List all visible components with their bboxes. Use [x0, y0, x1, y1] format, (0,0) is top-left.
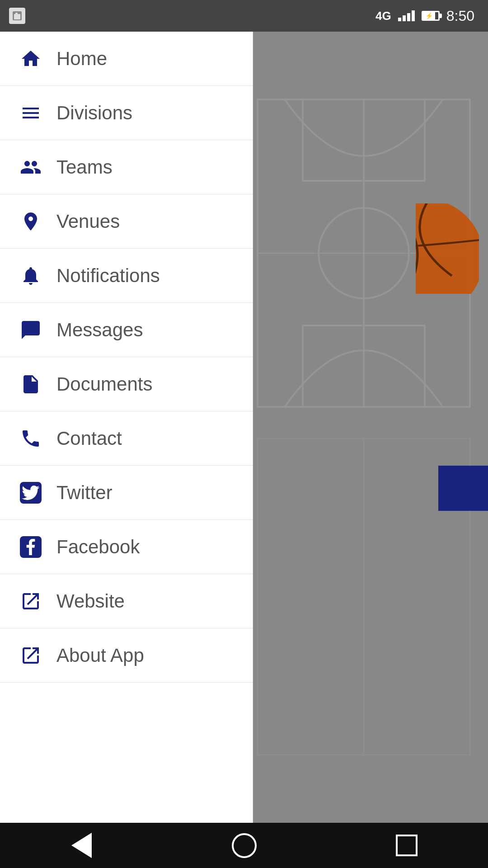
contact-icon	[18, 428, 43, 449]
documents-icon	[18, 373, 43, 395]
svg-rect-2	[15, 13, 18, 14]
sidebar-item-twitter[interactable]: Twitter	[0, 466, 253, 520]
sidebar-item-contact[interactable]: Contact	[0, 411, 253, 466]
sidebar-item-facebook[interactable]: Facebook	[0, 520, 253, 574]
home-icon	[18, 48, 43, 70]
nav-back-button[interactable]	[63, 827, 99, 863]
twitter-label: Twitter	[56, 482, 113, 504]
dark-button[interactable]	[438, 466, 488, 511]
teams-label: Teams	[56, 156, 113, 178]
about-app-label: About App	[56, 645, 144, 666]
status-bar: 4G ⚡ 8:50	[0, 0, 488, 32]
svg-rect-1	[14, 14, 20, 19]
venues-icon	[18, 211, 43, 232]
nav-recents-button[interactable]	[389, 827, 425, 863]
court-lines-svg	[239, 32, 488, 836]
website-icon	[18, 590, 43, 612]
teams-icon	[18, 156, 43, 178]
venues-label: Venues	[56, 211, 120, 232]
battery-icon: ⚡	[422, 11, 440, 21]
clock: 8:50	[446, 8, 474, 24]
recents-square-icon	[396, 835, 418, 856]
battery-container: ⚡	[422, 11, 440, 21]
twitter-icon	[18, 482, 43, 504]
documents-label: Documents	[56, 373, 152, 395]
back-arrow-icon	[71, 833, 92, 858]
network-label: 4G	[375, 9, 391, 23]
notifications-icon	[18, 265, 43, 287]
home-circle-icon	[232, 833, 257, 858]
sim-icon	[9, 8, 25, 24]
home-label: Home	[56, 48, 107, 70]
sidebar-item-about-app[interactable]: About App	[0, 628, 253, 683]
notifications-label: Notifications	[56, 265, 160, 287]
nav-home-button[interactable]	[226, 827, 262, 863]
divisions-label: Divisions	[56, 102, 132, 124]
nav-bar	[0, 823, 488, 868]
sidebar-item-home[interactable]: Home	[0, 32, 253, 86]
sidebar-item-documents[interactable]: Documents	[0, 357, 253, 411]
contact-label: Contact	[56, 428, 122, 449]
facebook-icon	[18, 536, 43, 558]
messages-label: Messages	[56, 319, 143, 341]
status-bar-right: 4G ⚡ 8:50	[375, 8, 474, 24]
signal-strength-icon	[398, 10, 415, 21]
main-content: Home Divisions Teams	[0, 32, 488, 836]
website-label: Website	[56, 590, 125, 612]
status-bar-left	[9, 8, 25, 24]
divisions-icon	[18, 102, 43, 124]
sidebar-item-divisions[interactable]: Divisions	[0, 86, 253, 140]
sidebar-item-venues[interactable]: Venues	[0, 194, 253, 249]
sidebar-spacer	[0, 683, 253, 836]
sidebar-item-teams[interactable]: Teams	[0, 140, 253, 194]
basketball-image	[416, 203, 479, 294]
background-right	[239, 32, 488, 836]
messages-icon	[18, 319, 43, 341]
sidebar-item-notifications[interactable]: Notifications	[0, 249, 253, 303]
sidebar-item-messages[interactable]: Messages	[0, 303, 253, 357]
about-icon	[18, 645, 43, 666]
sidebar-item-website[interactable]: Website	[0, 574, 253, 628]
facebook-label: Facebook	[56, 536, 140, 558]
sidebar-menu: Home Divisions Teams	[0, 32, 253, 836]
